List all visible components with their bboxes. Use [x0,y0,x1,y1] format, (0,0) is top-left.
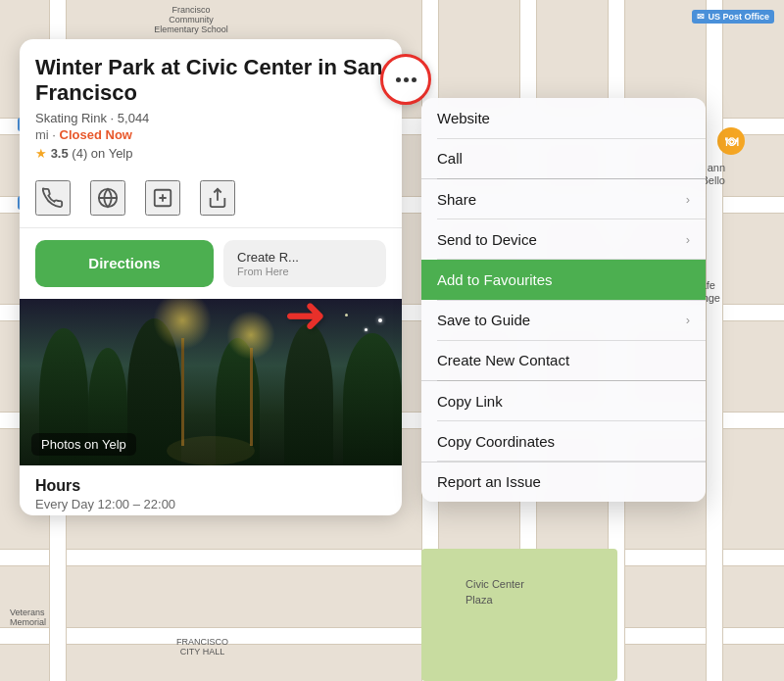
post-office-badge: ✉ US Post Office [692,10,774,24]
card-status: mi · Closed Now [35,127,386,142]
star-icon: ★ [35,146,47,161]
add-favourites-label: Add to Favourites [437,271,553,288]
copy-link-label: Copy Link [437,393,503,410]
directions-button[interactable]: Directions [35,240,214,287]
menu-item-copy-link[interactable]: Copy Link [421,381,706,421]
dropdown-menu: Website Call Share › Send to Device › Ad… [421,98,706,502]
menu-item-send-device[interactable]: Send to Device › [421,219,706,260]
mail-icon: ✉ [697,12,705,22]
report-label: Report an Issue [437,473,541,490]
map-button[interactable] [90,180,125,216]
menu-item-report[interactable]: Report an Issue [421,462,706,502]
dot-2 [404,77,409,82]
create-route-label: Create R... [237,250,299,265]
arrow-icon: ➜ [284,289,327,340]
photo-label: Photos on Yelp [31,433,136,456]
park-area [421,549,617,681]
hours-title: Hours [35,477,386,495]
map-label-city-hall: FRANCISCOCITY HALL [176,637,228,657]
card-hours: Hours Every Day 12:00 – 22:00 [20,465,402,515]
card-photo: Photos on Yelp [20,299,402,465]
save-guide-label: Save to Guide [437,312,530,328]
card-distance: mi · [35,127,60,142]
rating-reviews: (4) on Yelp [72,146,132,161]
chevron-right-icon: › [686,192,690,207]
road-vertical [706,0,723,681]
dot-3 [412,77,416,82]
menu-item-create-contact[interactable]: Create New Contact [421,340,706,380]
map-label-school: Francisco Community Elementary School [152,5,230,34]
menu-item-website[interactable]: Website [421,98,706,138]
copy-coords-label: Copy Coordinates [437,433,555,450]
menu-item-add-favourites[interactable]: Add to Favourites [421,260,706,300]
card-subtitle: Skating Rink · 5,044 [35,111,386,125]
dot-1 [396,77,401,82]
arrow-pointer: ➜ [284,289,327,340]
hours-detail: Every Day 12:00 – 22:00 [35,497,386,511]
chevron-right-icon-2: › [686,232,690,247]
share-button[interactable] [200,180,235,216]
road-horizontal [0,627,784,645]
create-route-button[interactable]: Create R... From Here [223,240,386,287]
chevron-right-icon-3: › [686,313,690,327]
from-here-label: From Here [237,266,372,277]
road-horizontal [0,549,784,566]
menu-item-call[interactable]: Call [421,138,706,178]
poi-restaurant: 🍽 [717,127,745,155]
card-header: Winter Park at Civic Center in San Franc… [20,39,402,172]
map-place-civic-plaza2: Plaza [466,594,493,606]
card-rating: ★ 3.5 (4) on Yelp [35,146,386,161]
status-closed: Closed Now [60,127,132,142]
call-label: Call [437,150,463,167]
menu-item-save-guide[interactable]: Save to Guide › [421,300,706,340]
share-label: Share [437,191,476,208]
website-label: Website [437,110,490,126]
info-card: Winter Park at Civic Center in San Franc… [20,39,402,515]
create-contact-label: Create New Contact [437,352,569,368]
card-title: Winter Park at Civic Center in San Franc… [35,55,386,107]
map-label-veterans: VeteransMemorial [10,608,46,627]
send-device-label: Send to Device [437,231,537,248]
card-action-icons [20,172,402,228]
menu-item-share[interactable]: Share › [421,179,706,219]
phone-button[interactable] [35,180,71,216]
rating-value: 3.5 [51,146,69,161]
card-action-buttons: Directions Create R... From Here [20,228,402,299]
post-office-label: US Post Office [708,12,769,22]
add-button[interactable] [145,180,180,216]
map-place-civic-plaza: Civic Center [466,578,524,590]
more-dots [396,77,416,82]
menu-item-copy-coords[interactable]: Copy Coordinates [421,421,706,462]
